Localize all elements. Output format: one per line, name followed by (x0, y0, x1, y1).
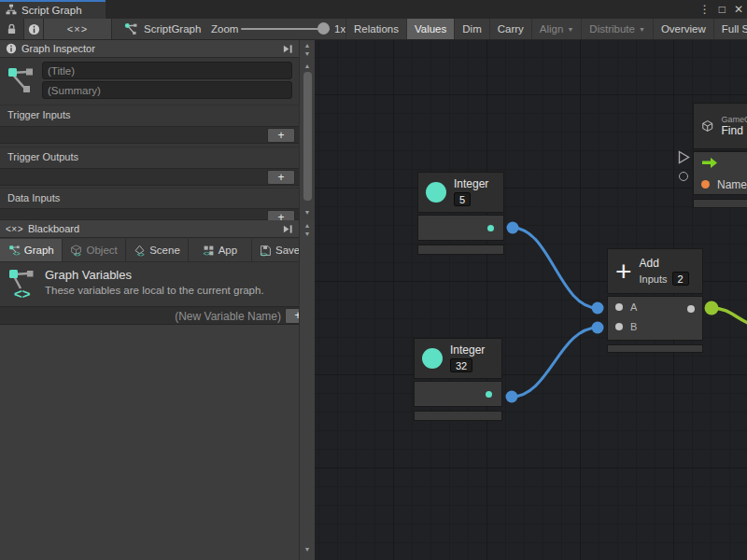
pin-panel-icon[interactable] (282, 224, 293, 234)
wire-integer5-to-add-a[interactable] (513, 228, 598, 308)
relations-button[interactable]: Relations (345, 19, 406, 39)
zoom-slider-track[interactable] (241, 28, 330, 30)
graph-name-label: ScriptGraph (144, 23, 201, 35)
full-screen-button[interactable]: Full Screen (713, 19, 747, 39)
port-label: B (630, 321, 637, 332)
integer-value-field[interactable]: 32 (450, 358, 472, 372)
maximize-icon[interactable]: □ (719, 3, 726, 16)
tab-graph[interactable]: <> Graph (0, 239, 63, 261)
app-grid-icon: <> (203, 245, 215, 257)
lock-icon (7, 23, 17, 35)
pin-panel-icon[interactable] (282, 44, 293, 54)
lock-button[interactable] (0, 19, 24, 39)
flow-input-port[interactable] (678, 150, 690, 168)
node-integer-5[interactable]: Integer 5 (417, 172, 504, 255)
tab-scene[interactable]: <> Scene (126, 239, 189, 261)
wire-add-output[interactable] (712, 308, 747, 325)
node-title: Integer (454, 177, 488, 190)
tab-title: Script Graph (21, 5, 82, 16)
graph-variables-description: These variables are local to the current… (45, 285, 264, 296)
trigger-inputs-list: + (0, 126, 299, 144)
info-button[interactable] (24, 19, 44, 39)
new-variable-row: + (0, 306, 315, 325)
node-integer-32[interactable]: Integer 32 (414, 338, 502, 421)
scroll-up-icon[interactable]: ▲ (300, 42, 315, 49)
wire-endpoint (592, 322, 604, 334)
wire-endpoint (705, 301, 719, 315)
toolbar-buttons: Relations Values Dim Carry Align ▼ Distr… (345, 19, 747, 39)
trigger-outputs-label: Trigger Outputs (7, 151, 78, 162)
scroll-down-icon[interactable]: ▼ (300, 209, 315, 217)
graph-inspector-header: Graph Inspector (0, 40, 299, 58)
add-trigger-output-button[interactable]: + (267, 170, 295, 185)
code-view-button[interactable]: <×> (44, 19, 112, 39)
panel-title: Graph Inspector (21, 43, 95, 54)
divider (0, 147, 299, 147)
overview-button[interactable]: Overview (653, 19, 713, 39)
scroll-up-icon[interactable]: ▲ (300, 222, 315, 230)
more-options-icon[interactable]: ⋮ (699, 3, 711, 16)
script-graph-window: Script Graph ⋮ □ ✕ <×> (0, 0, 747, 560)
output-port[interactable] (487, 225, 494, 231)
value-input-port[interactable] (679, 172, 688, 181)
integer-type-icon (422, 348, 443, 369)
scroll-down-icon[interactable]: ▼ (300, 231, 315, 238)
svg-text:<>: <> (14, 286, 31, 301)
flow-arrow-port[interactable] (701, 157, 718, 169)
name-input-port[interactable] (701, 180, 710, 189)
inputs-label: Inputs (640, 273, 668, 285)
chevron-down-icon: ▼ (639, 26, 645, 33)
dim-button[interactable]: Dim (454, 19, 488, 39)
graph-tab-icon: <> (8, 245, 21, 257)
graph-summary-input[interactable] (42, 81, 292, 99)
align-dropdown[interactable]: Align ▼ (531, 19, 582, 39)
graph-variables-info: <> Graph Variables These variables are l… (0, 262, 299, 306)
graph-canvas[interactable]: Integer 5 Integer 32 (315, 40, 747, 560)
scroll-down-icon[interactable]: ▼ (300, 50, 315, 58)
output-port[interactable] (486, 391, 492, 398)
graph-type-icon (4, 64, 35, 100)
integer-value-field[interactable]: 5 (454, 192, 471, 206)
distribute-dropdown[interactable]: Distribute ▼ (581, 19, 653, 39)
output-port[interactable] (687, 305, 695, 313)
variables-icon: <×> (6, 224, 23, 234)
blackboard-header: <×> Blackboard (0, 220, 299, 238)
trigger-inputs-label: Trigger Inputs (7, 109, 70, 120)
graph-breadcrumb[interactable]: ScriptGraph (124, 19, 201, 39)
node-add[interactable]: + Add Inputs 2 A B (607, 248, 703, 353)
divider (0, 188, 299, 189)
tab-object[interactable]: <> Object (63, 239, 125, 261)
scroll-up-icon[interactable]: ▲ (300, 63, 315, 70)
carry-button[interactable]: Carry (489, 19, 531, 39)
window-tab-bar: Script Graph ⋮ □ ✕ (0, 0, 747, 19)
graph-title-input[interactable] (42, 62, 292, 79)
wire-endpoint (507, 222, 519, 234)
zoom-slider-knob[interactable] (317, 22, 330, 35)
scroll-down-icon[interactable]: ▼ (300, 546, 315, 553)
input-port-a[interactable] (615, 303, 623, 311)
input-port-b[interactable] (615, 323, 623, 330)
hierarchy-icon (6, 4, 17, 17)
svg-text:<>: <> (13, 250, 21, 257)
inspector-scrollbar: ▲ ▼ ▲ ▼ (299, 40, 315, 220)
scrollbar-thumb[interactable] (303, 72, 312, 201)
data-inputs-label: Data Inputs (7, 192, 60, 203)
add-trigger-input-button[interactable]: + (267, 128, 295, 143)
inputs-count-field[interactable]: 2 (672, 272, 689, 286)
node-gameobject-find[interactable]: GameObject Find Name (693, 103, 747, 208)
port-label: A (630, 301, 637, 313)
floppy-disk-icon: <> (260, 245, 272, 257)
new-variable-input[interactable] (6, 308, 281, 324)
tab-app[interactable]: <> App (189, 239, 251, 261)
graph-variables-title: Graph Variables (45, 268, 264, 282)
graph-variables-icon: <> (6, 268, 35, 303)
wire-integer32-to-add-b[interactable] (512, 328, 598, 397)
integer-type-icon (426, 182, 446, 203)
info-icon (6, 43, 17, 54)
data-inputs-list: + (0, 208, 299, 220)
values-button[interactable]: Values (406, 19, 454, 39)
close-icon[interactable]: ✕ (734, 3, 743, 16)
wire-endpoint (506, 391, 518, 403)
window-controls: ⋮ □ ✕ (699, 0, 743, 19)
tab-script-graph[interactable]: Script Graph (0, 0, 106, 19)
